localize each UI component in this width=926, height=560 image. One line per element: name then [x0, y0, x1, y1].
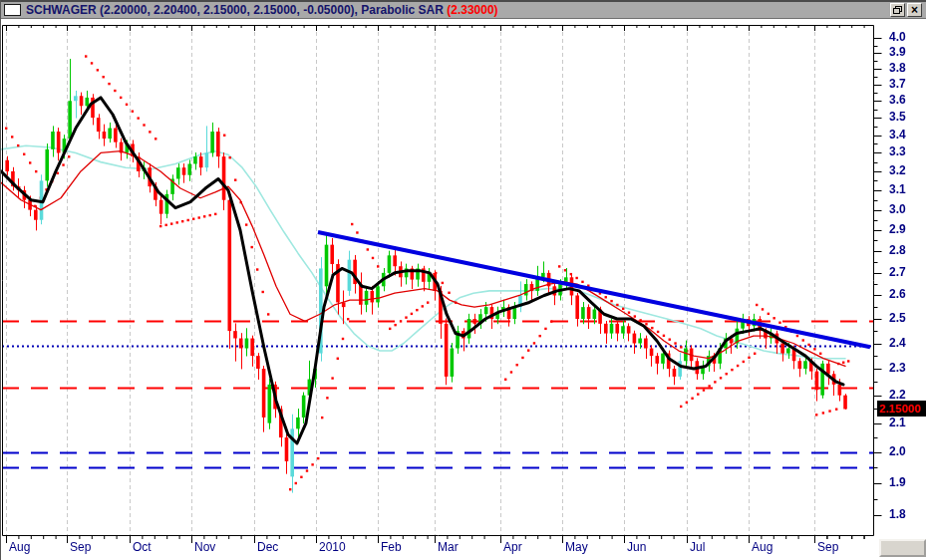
y-axis-price-label: 1.9 [889, 475, 923, 489]
x-axis-month-label: Sep [70, 540, 91, 554]
y-axis-price-label: 1.8 [889, 507, 923, 521]
y-axis-price-label: 2.3 [889, 361, 923, 375]
x-axis-month-label: May [565, 540, 588, 554]
last-price-value: 2.15000 [879, 403, 921, 415]
last-price-tag: 2.15000 [877, 401, 926, 417]
x-axis-month-label: Jun [627, 540, 646, 554]
x-axis-month-label: Jul [690, 540, 705, 554]
chart-window-icon [4, 4, 21, 16]
x-axis-month-label: Nov [194, 540, 215, 554]
y-axis-price-label: 2.2 [889, 388, 923, 402]
x-axis-month-label: Sep [817, 540, 838, 554]
x-axis-month-label: Apr [503, 540, 522, 554]
y-axis-price-label: 2.0 [889, 444, 923, 458]
y-axis-price-label: 2.4 [889, 336, 923, 350]
y-axis-price-label: 3.5 [889, 110, 923, 124]
restore-button[interactable] [890, 3, 905, 17]
x-axis-month-label: Feb [381, 540, 402, 554]
title-ohlc-text: SCHWAGER (2.20000, 2.20400, 2.15000, 2.1… [26, 3, 447, 17]
y-axis-price-label: 4.0 [889, 30, 923, 44]
y-axis-price-label: 3.2 [889, 163, 923, 177]
y-axis-price-label: 2.5 [889, 311, 923, 325]
y-axis-price-label: 3.8 [889, 61, 923, 75]
x-axis-month-label: 2010 [319, 540, 346, 554]
x-axis-month-label: Oct [133, 540, 152, 554]
y-axis-price-label: 2.8 [889, 243, 923, 257]
window-title: SCHWAGER (2.20000, 2.20400, 2.15000, 2.1… [26, 2, 498, 19]
x-axis-month-label: Aug [752, 540, 772, 554]
x-axis-month-label: Aug [9, 540, 30, 554]
y-axis-price-label: 2.1 [889, 416, 923, 429]
x-axis-month-label: Dec [257, 540, 278, 554]
scrollbar-thumb[interactable] [879, 539, 926, 557]
y-axis-price-label: 3.1 [889, 182, 923, 196]
y-axis-price-label: 3.9 [889, 45, 923, 59]
y-axis-price-label: 2.9 [889, 222, 923, 236]
y-axis-price-label: 3.4 [889, 128, 923, 141]
y-axis-price-label: 3.3 [889, 144, 923, 158]
y-axis-price-label: 2.6 [889, 287, 923, 301]
close-button[interactable]: × [907, 3, 922, 17]
title-sar-value: (2.33000) [447, 3, 497, 17]
close-icon: × [911, 5, 918, 15]
y-axis-price-label: 3.0 [889, 202, 923, 216]
title-bar[interactable]: SCHWAGER (2.20000, 2.20400, 2.15000, 2.1… [1, 0, 926, 19]
y-axis-price-label: 3.6 [889, 93, 923, 107]
restore-icon [893, 6, 902, 14]
price-chart-canvas[interactable] [1, 0, 926, 560]
chart-window: SCHWAGER (2.20000, 2.20400, 2.15000, 2.1… [0, 0, 926, 560]
y-axis-price-label: 3.7 [889, 77, 923, 91]
y-axis-price-label: 2.7 [889, 265, 923, 279]
x-axis-month-label: Mar [438, 540, 459, 554]
